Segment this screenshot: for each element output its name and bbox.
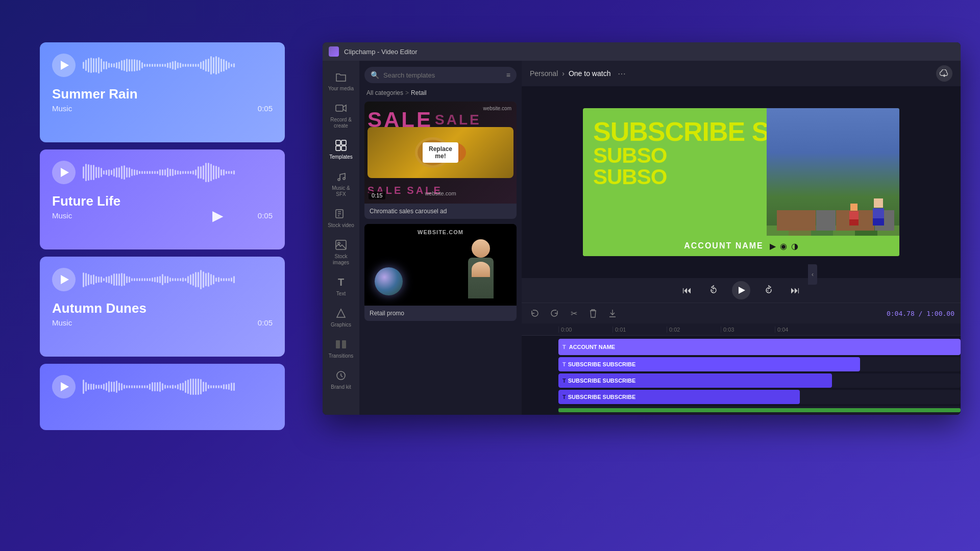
sale-template-bg: website.com S A L E S A	[364, 102, 517, 204]
time-display: 0:04.78 / 1:00.00	[887, 310, 954, 317]
search-icon: 🔍	[371, 71, 379, 79]
template-name-1: Chromatic sales carousel ad	[364, 204, 517, 219]
music-duration-2: 0:05	[258, 211, 273, 220]
svg-rect-12	[342, 340, 346, 348]
breadcrumb-parent[interactable]: All categories	[366, 89, 403, 96]
waveform-1: // Generate waveform bars inline - will …	[83, 54, 273, 77]
sidebar-label-record: Record & create	[327, 117, 355, 129]
website-bottom: website.com	[364, 190, 517, 196]
play-button-3[interactable]	[52, 268, 76, 291]
stock-video-icon	[334, 207, 348, 221]
sidebar-label-music: Music & SFX	[327, 185, 355, 197]
play-button-2[interactable]	[52, 161, 76, 184]
replace-me-badge: Replace me!	[423, 142, 458, 163]
graphics-icon	[334, 306, 348, 320]
play-icon-4	[61, 382, 69, 391]
sidebar-item-brand-kit[interactable]: Brand kit	[325, 364, 357, 394]
music-duration-3: 0:05	[258, 318, 273, 327]
music-card-future-life[interactable]: Future Life Music 0:05 ▶	[40, 149, 285, 249]
music-card-summer-rain[interactable]: // Generate waveform bars inline - will …	[40, 42, 285, 142]
music-card-4[interactable]	[40, 364, 285, 430]
waveform-3	[83, 268, 273, 291]
undo-button[interactable]	[528, 306, 542, 320]
record-icon	[334, 101, 348, 115]
sidebar-item-transitions[interactable]: Transitions	[325, 333, 357, 363]
template-card-2[interactable]: WEBSITE.COM	[364, 224, 517, 321]
sidebar-label-text: Text	[336, 291, 346, 297]
folder-icon	[334, 70, 348, 84]
rewind-5-button[interactable]: 5	[705, 282, 722, 298]
music-title-2: Future Life	[52, 193, 273, 209]
sidebar-label-transitions: Transitions	[329, 353, 354, 359]
youtube-icon: ▶	[770, 241, 776, 251]
sidebar-item-text[interactable]: T Text	[325, 271, 357, 301]
music-title-3: Autumn Dunes	[52, 300, 273, 316]
svg-text:5: 5	[712, 289, 714, 293]
account-bar: ACCOUNT NAME ▶ ◉ ◑	[583, 236, 899, 256]
duration-badge-1: 0:15	[369, 191, 385, 199]
track-clip-subscribe-1[interactable]: T SUBSCRIBE SUBSCRIBE	[558, 357, 860, 371]
ruler-1: 0:01	[612, 327, 667, 333]
track-row-subscribe-1[interactable]: T SUBSCRIBE SUBSCRIBE	[558, 357, 961, 371]
track-clip-subscribe-3[interactable]: T SUBSCRIBE SUBSCRIBE	[558, 390, 800, 404]
track-clip-account-name[interactable]: T ACCOUNT NAME	[558, 339, 961, 355]
cloud-save-button[interactable]	[936, 65, 952, 82]
sidebar-item-record[interactable]: Record & create	[325, 97, 357, 133]
waveform-2	[83, 161, 273, 184]
breadcrumb-personal[interactable]: Personal	[530, 69, 558, 78]
sidebar-item-graphics[interactable]: Graphics	[325, 302, 357, 332]
sidebar-item-music[interactable]: Music & SFX	[325, 165, 357, 202]
breadcrumb-current: Retail	[411, 89, 427, 96]
music-card-autumn-dunes[interactable]: Autumn Dunes Music 0:05	[40, 257, 285, 357]
track-clip-video[interactable]	[558, 408, 961, 412]
music-type-3: Music	[52, 318, 72, 327]
holographic-orb	[375, 267, 403, 295]
track-row-account-name[interactable]: T ACCOUNT NAME	[558, 339, 961, 355]
filter-icon[interactable]: ≡	[506, 71, 510, 79]
play-button-4[interactable]	[52, 375, 76, 398]
editor-header: Personal › One to watch ⋯	[522, 61, 961, 86]
ruler-2: 0:02	[667, 327, 721, 333]
svg-rect-1	[336, 140, 340, 145]
svg-rect-4	[341, 146, 346, 151]
svg-point-5	[338, 179, 340, 181]
download-timeline-button[interactable]	[605, 306, 620, 320]
template-card-1[interactable]: website.com S A L E S A	[364, 102, 517, 219]
skip-forward-button[interactable]: ⏭	[787, 282, 803, 298]
svg-text:5: 5	[767, 289, 769, 293]
search-input[interactable]	[383, 71, 502, 79]
track-row-subscribe-2[interactable]: T SUBSCRIBE SUBSCRIBE	[558, 373, 961, 388]
timeline-tracks: T ACCOUNT NAME T SUBSCRIBE SUBSCRIBE	[522, 336, 961, 415]
sidebar-item-templates[interactable]: Templates	[325, 134, 357, 164]
editor-canvas: SUBSCRIBE SU SUBSO SUBSO	[522, 86, 961, 278]
music-icon	[334, 169, 348, 184]
music-duration-1: 0:05	[258, 104, 273, 113]
track-row-subscribe-3[interactable]: T SUBSCRIBE SUBSCRIBE	[558, 390, 961, 404]
play-icon-1	[61, 61, 69, 70]
music-panel: // Generate waveform bars inline - will …	[40, 42, 285, 430]
collapse-panel-button[interactable]: ‹	[808, 264, 817, 285]
skip-back-button[interactable]: ⏮	[679, 282, 695, 298]
svg-rect-3	[336, 146, 340, 151]
track-clip-subscribe-2[interactable]: T SUBSCRIBE SUBSCRIBE	[558, 373, 832, 388]
svg-rect-11	[336, 340, 340, 348]
track-row-video[interactable]	[558, 406, 961, 414]
templates-icon	[334, 138, 348, 153]
sidebar-item-stock-images[interactable]: Stock images	[325, 234, 357, 270]
template-thumb-1: website.com S A L E S A	[364, 102, 517, 204]
play-pause-button[interactable]	[732, 281, 750, 299]
ruler-4: 0:04	[775, 327, 829, 333]
account-name-text: ACCOUNT NAME	[684, 241, 764, 251]
play-button-1[interactable]	[52, 54, 76, 77]
video-preview: SUBSCRIBE SU SUBSO SUBSO	[583, 108, 899, 256]
more-options-button[interactable]: ⋯	[615, 66, 629, 81]
sidebar-item-stock-video[interactable]: Stock video	[325, 203, 357, 233]
app-icon	[329, 46, 339, 57]
redo-button[interactable]	[547, 306, 561, 320]
sidebar-label-stock-video: Stock video	[328, 222, 354, 229]
cut-button[interactable]: ✂	[567, 306, 581, 320]
forward-5-button[interactable]: 5	[761, 282, 777, 298]
timeline-ruler: 0:00 0:01 0:02 0:03 0:04	[522, 323, 961, 336]
delete-button[interactable]	[586, 306, 600, 320]
sidebar-item-your-media[interactable]: Your media	[325, 66, 357, 96]
